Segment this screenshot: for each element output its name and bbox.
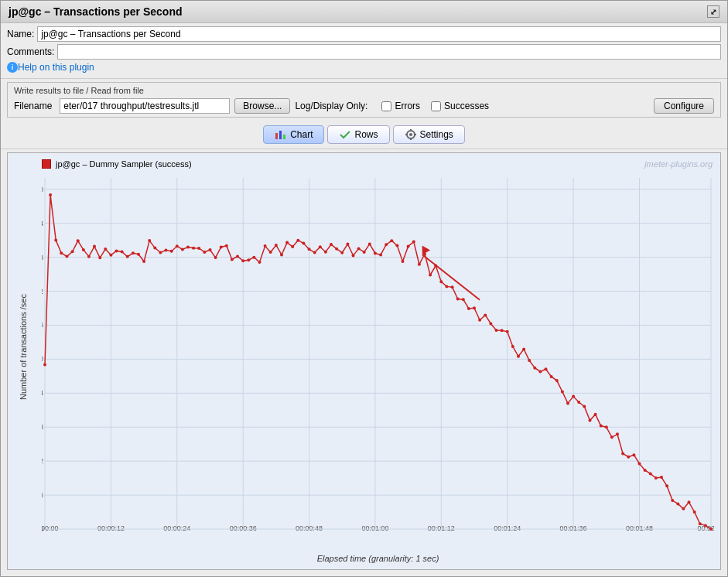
svg-point-87 [225, 244, 228, 248]
file-section: Write results to file / Read from file F… [7, 82, 721, 118]
svg-text:24: 24 [42, 389, 43, 397]
svg-point-61 [82, 248, 85, 251]
svg-point-55 [49, 193, 52, 196]
svg-point-54 [43, 364, 46, 367]
configure-button[interactable]: Configure [654, 98, 714, 114]
tab-chart-label: Chart [290, 129, 313, 140]
svg-point-72 [142, 260, 145, 263]
svg-point-89 [236, 255, 239, 258]
svg-point-159 [621, 452, 624, 456]
svg-point-92 [252, 256, 255, 259]
expand-button[interactable]: ⤢ [707, 5, 719, 18]
svg-point-127 [445, 285, 448, 288]
svg-point-151 [577, 401, 580, 404]
settings-tab-icon [405, 128, 417, 141]
name-input[interactable] [37, 26, 721, 42]
info-icon: i [7, 62, 18, 73]
svg-text:42: 42 [42, 288, 43, 295]
svg-point-71 [137, 253, 140, 256]
tab-chart[interactable]: Chart [263, 125, 324, 144]
name-label: Name: [7, 29, 34, 39]
name-row: Name: [7, 26, 721, 42]
svg-text:12: 12 [42, 457, 43, 465]
svg-point-126 [439, 280, 443, 283]
svg-point-66 [109, 254, 112, 257]
tab-settings[interactable]: Settings [393, 125, 465, 144]
legend-color-swatch [42, 159, 51, 169]
svg-point-162 [638, 463, 641, 466]
svg-point-96 [275, 244, 278, 247]
svg-point-153 [589, 419, 592, 422]
svg-text:00:01:12: 00:01:12 [428, 524, 455, 532]
svg-point-129 [456, 298, 460, 301]
comments-input[interactable] [57, 44, 721, 60]
svg-point-91 [247, 258, 250, 261]
y-axis-label: Number of transactions /sec [19, 307, 28, 400]
svg-point-128 [451, 285, 454, 288]
svg-point-113 [368, 242, 371, 245]
svg-point-93 [258, 261, 261, 264]
svg-point-73 [148, 239, 151, 242]
svg-rect-9 [42, 175, 714, 532]
tab-rows[interactable]: Rows [327, 125, 389, 144]
svg-point-74 [153, 247, 156, 250]
x-axis-label: Elapsed time (granularity: 1 sec) [42, 554, 714, 563]
window-title: jp@gc – Transactions per Second [9, 5, 183, 18]
svg-point-154 [594, 413, 597, 416]
svg-point-67 [115, 249, 118, 252]
svg-point-148 [561, 391, 564, 394]
chart-watermark: jmeter-plugins.org [644, 159, 713, 169]
errors-checkbox[interactable] [381, 101, 391, 111]
svg-point-70 [132, 251, 135, 254]
svg-point-119 [402, 260, 405, 263]
svg-point-56 [54, 239, 57, 242]
svg-point-155 [600, 425, 603, 428]
filename-input[interactable] [60, 98, 230, 114]
svg-point-165 [655, 476, 658, 480]
svg-point-63 [93, 245, 96, 248]
svg-text:00:00:12: 00:00:12 [97, 524, 125, 532]
tab-settings-label: Settings [420, 129, 453, 140]
svg-point-172 [693, 510, 696, 514]
svg-point-168 [671, 499, 674, 502]
svg-point-134 [484, 313, 487, 316]
svg-point-167 [665, 484, 668, 487]
svg-text:0: 0 [42, 525, 43, 532]
browse-button[interactable]: Browse... [234, 98, 290, 114]
svg-point-76 [165, 249, 168, 252]
successes-label: Successes [444, 101, 489, 111]
svg-point-140 [517, 355, 520, 358]
svg-point-59 [71, 250, 74, 253]
main-window: jp@gc – Transactions per Second ⤢ Name: … [0, 0, 728, 577]
svg-point-130 [462, 298, 465, 301]
comments-row: Comments: [7, 44, 721, 60]
chart-legend: jp@gc – Dummy Sampler (success) [42, 159, 192, 169]
help-link[interactable]: Help on this plugin [18, 62, 94, 73]
svg-point-166 [660, 476, 663, 479]
svg-point-3 [409, 133, 412, 136]
comments-label: Comments: [7, 46, 54, 57]
svg-text:00:01:00: 00:01:00 [361, 524, 388, 532]
svg-text:30: 30 [42, 355, 43, 363]
svg-point-79 [181, 248, 184, 251]
svg-point-143 [533, 367, 536, 370]
errors-checkbox-group: Errors [381, 101, 420, 111]
successes-checkbox[interactable] [431, 101, 441, 111]
file-section-title: Write results to file / Read from file [14, 86, 714, 95]
svg-point-80 [186, 246, 190, 249]
svg-point-164 [649, 472, 652, 475]
svg-point-139 [511, 345, 514, 348]
svg-text:6: 6 [42, 491, 43, 499]
svg-point-101 [302, 242, 305, 245]
svg-point-62 [87, 255, 91, 258]
svg-point-163 [644, 469, 647, 472]
svg-point-150 [572, 395, 575, 398]
svg-point-103 [313, 251, 316, 254]
legend-label: jp@gc – Dummy Sampler (success) [56, 159, 192, 169]
svg-text:00:01:24: 00:01:24 [494, 524, 521, 532]
svg-point-114 [374, 252, 377, 255]
svg-point-105 [324, 251, 327, 254]
svg-point-136 [495, 329, 498, 332]
svg-point-133 [478, 319, 481, 322]
help-link-text: Help on this plugin [18, 62, 94, 73]
